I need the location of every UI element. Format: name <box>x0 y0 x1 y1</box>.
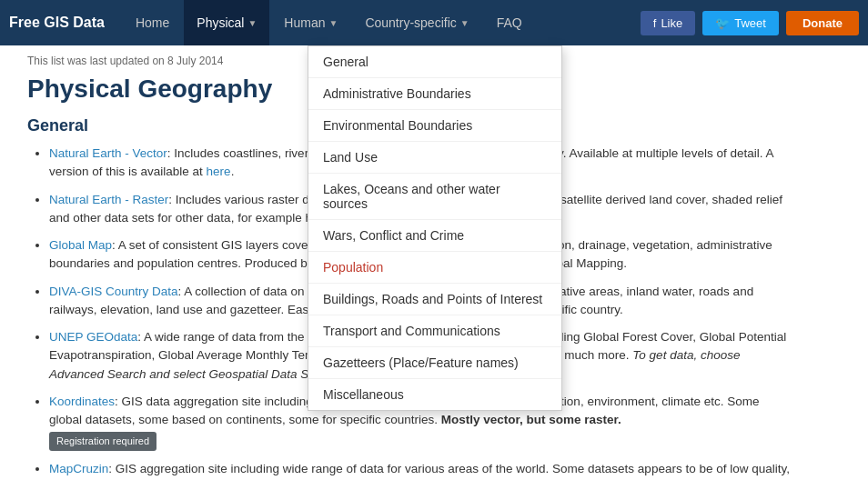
dropdown-item-env-boundaries[interactable]: Environmental Boundaries <box>308 110 561 142</box>
dropdown-item-wars[interactable]: Wars, Conflict and Crime <box>308 220 561 252</box>
nav-items: Home Physical ▼ Human ▼ Country-specific… <box>123 0 641 45</box>
here-link[interactable]: here <box>207 165 231 178</box>
twitter-icon: 🐦 <box>715 16 730 30</box>
natural-earth-raster-link[interactable]: Natural Earth - Raster <box>49 193 168 206</box>
list-item: MapCruzin: GIS aggregation site includin… <box>49 460 792 480</box>
dropdown-item-lakes[interactable]: Lakes, Oceans and other water sources <box>308 174 561 220</box>
koordinates-link[interactable]: Koordinates <box>49 395 115 408</box>
diva-gis-link[interactable]: DIVA-GIS Country Data <box>49 285 178 298</box>
nav-home[interactable]: Home <box>123 0 182 45</box>
dropdown-item-buildings[interactable]: Buildings, Roads and Points of Interest <box>308 284 561 315</box>
dropdown-item-general[interactable]: General <box>308 46 561 78</box>
site-brand[interactable]: Free GIS Data <box>9 15 105 31</box>
tweet-button[interactable]: 🐦 Tweet <box>702 11 779 35</box>
dropdown-item-population[interactable]: Population <box>308 252 561 284</box>
dropdown-item-gazetteers[interactable]: Gazetteers (Place/Feature names) <box>308 347 561 379</box>
donate-button[interactable]: Donate <box>786 11 859 35</box>
registration-badge: Registration required <box>49 432 156 451</box>
nav-physical[interactable]: Physical ▼ <box>184 0 269 45</box>
physical-dropdown-arrow: ▼ <box>247 18 257 28</box>
dropdown-item-transport[interactable]: Transport and Communications <box>308 315 561 347</box>
facebook-icon: f <box>653 16 657 30</box>
country-dropdown-arrow: ▼ <box>460 18 469 28</box>
nav-country-specific[interactable]: Country-specific ▼ <box>352 0 481 45</box>
like-button[interactable]: f Like <box>641 11 695 35</box>
human-dropdown-menu: General Administrative Boundaries Enviro… <box>308 45 562 411</box>
dropdown-item-misc[interactable]: Miscellaneous <box>308 379 561 410</box>
natural-earth-vector-link[interactable]: Natural Earth - Vector <box>49 146 167 160</box>
nav-faq[interactable]: FAQ <box>484 0 535 45</box>
navigation: Free GIS Data Home Physical ▼ Human ▼ Co… <box>0 0 868 45</box>
dropdown-item-land-use[interactable]: Land Use <box>308 142 561 174</box>
human-dropdown-arrow: ▼ <box>328 18 338 28</box>
global-map-link[interactable]: Global Map <box>49 238 112 252</box>
mapcruzin-link[interactable]: MapCruzin <box>49 462 108 475</box>
dropdown-item-admin-boundaries[interactable]: Administrative Boundaries <box>308 78 561 110</box>
nav-human[interactable]: Human ▼ <box>271 0 350 45</box>
nav-actions: f Like 🐦 Tweet Donate <box>641 11 859 35</box>
unep-geodata-link[interactable]: UNEP GEOdata <box>49 330 137 344</box>
